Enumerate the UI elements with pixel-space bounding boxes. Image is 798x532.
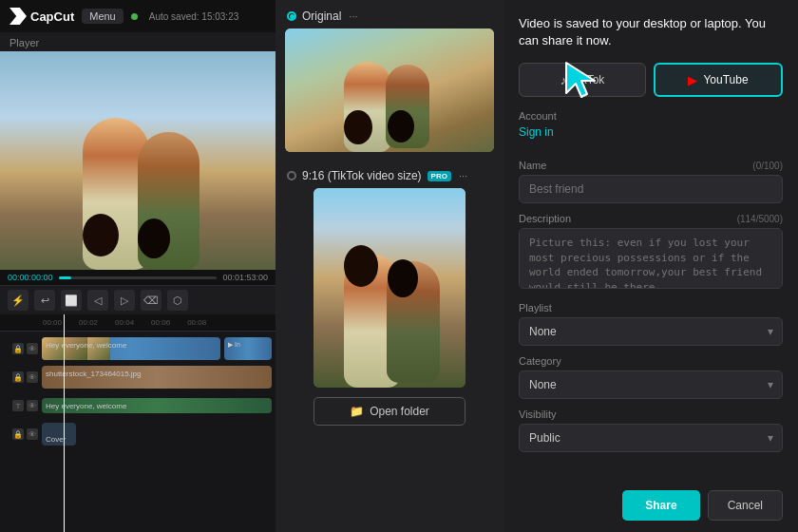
track-label-in: ▶ In [228, 341, 240, 349]
playlist-select-wrap: None [519, 317, 783, 346]
tiktok-tab[interactable]: 9:16 (TikTok video size) PRO ··· [276, 162, 504, 188]
track-controls-4: 🔒 👁 [0, 428, 42, 440]
playlist-select[interactable]: None [519, 317, 783, 346]
app-name: CapCut [30, 10, 74, 24]
toolbar-row: ⚡ ↩ ⬜ ◁ ▷ ⌫ ⬡ [0, 285, 276, 314]
player-video [0, 51, 276, 270]
description-label: Description [519, 213, 571, 224]
share-title: Video is saved to your desktop or laptop… [519, 15, 783, 49]
playlist-group: Playlist None [519, 302, 783, 346]
original-dots: ··· [349, 10, 357, 22]
original-label: Original [302, 10, 341, 23]
tiktok-preview-image [314, 188, 466, 388]
track-eye-4[interactable]: 👁 [27, 428, 38, 440]
timeline-ruler: 00:00 00:02 00:04 00:06 00:08 [0, 314, 276, 332]
editor-panel: CapCut Menu Auto saved: 15:03:23 Player … [0, 0, 276, 532]
visibility-select-wrap: Public Unlisted Private [519, 424, 783, 452]
timecode-bar: 00:00:00:00 00:01:53:00 [0, 270, 276, 285]
delete-tool[interactable]: ⌫ [141, 290, 162, 311]
share-button[interactable]: Share [622, 490, 699, 521]
tiktok-dots: ··· [459, 170, 467, 181]
track-lock[interactable]: 🔒 [12, 343, 24, 354]
in-point-tool[interactable]: ◁ [87, 290, 108, 311]
tiktok-size-label: 9:16 (TikTok video size) [302, 169, 422, 182]
account-label: Account [519, 110, 783, 122]
girls-vertical-bg [314, 188, 466, 388]
pro-badge: PRO [428, 171, 451, 181]
cursor-svg [562, 59, 608, 104]
track-lock-4[interactable]: 🔒 [12, 428, 24, 440]
video-track-1[interactable]: Hey everyone, welcome [42, 337, 220, 360]
bottom-actions: Share Cancel [519, 481, 783, 521]
track-eye-2[interactable]: 👁 [27, 371, 38, 383]
capcut-logo: CapCut [10, 8, 74, 25]
svg-marker-0 [566, 63, 595, 97]
table-row: T 👁 Hey everyone, welcome [0, 392, 276, 419]
video-track-2[interactable]: ▶ In [224, 337, 272, 360]
player-area [0, 51, 276, 270]
category-label: Category [519, 355, 783, 367]
online-indicator [131, 13, 138, 20]
cover-label: Cover [42, 433, 69, 446]
platform-row: ♪ TikTok ▶ YouTube [519, 63, 783, 97]
track-controls-3: T 👁 [0, 400, 42, 411]
name-counter: (0/100) [752, 161, 783, 171]
cancel-button[interactable]: Cancel [708, 490, 783, 521]
track-controls-2: 🔒 👁 [0, 371, 42, 383]
player-label: Player [0, 32, 276, 51]
track-lock-2[interactable]: 🔒 [12, 371, 24, 383]
original-radio[interactable] [287, 11, 296, 21]
playhead[interactable] [64, 314, 65, 532]
editor-topbar: CapCut Menu Auto saved: 15:03:23 [0, 0, 276, 32]
marker-tool[interactable]: ⬜ [61, 290, 82, 311]
table-row: 🔒 👁 Hey everyone, welcome ▶ In [0, 335, 276, 362]
split-tool[interactable]: ⚡ [8, 290, 28, 311]
sign-in-link[interactable]: Sign in [519, 125, 783, 139]
track-type[interactable]: T [12, 400, 24, 411]
track-eye[interactable]: 👁 [27, 343, 38, 354]
name-input[interactable] [519, 175, 783, 203]
account-group: Account Sign in [519, 110, 783, 150]
category-select[interactable]: None [519, 370, 783, 399]
track-controls-1: 🔒 👁 [0, 343, 42, 354]
timecode-total: 00:01:53:00 [222, 273, 268, 282]
original-tab[interactable]: Original ··· [276, 0, 504, 28]
track-label-1: Hey everyone, welcome [46, 341, 126, 350]
progress-fill [59, 276, 71, 279]
description-counter: (114/5000) [737, 214, 783, 224]
visibility-label: Visibility [519, 408, 783, 420]
track-label-2: shutterstock_173464015.jpg [46, 370, 142, 378]
tiktok-radio[interactable] [287, 171, 296, 180]
track-eye-3[interactable]: 👁 [27, 400, 38, 411]
visibility-group: Visibility Public Unlisted Private [519, 408, 783, 452]
more-tools[interactable]: ⬡ [167, 290, 188, 311]
open-folder-label: Open folder [370, 405, 429, 418]
open-folder-button[interactable]: 📁 Open folder [314, 397, 466, 426]
menu-button[interactable]: Menu [82, 9, 124, 24]
progress-track[interactable] [59, 276, 218, 279]
visibility-select[interactable]: Public Unlisted Private [519, 424, 783, 452]
ruler-marks: 00:00 00:02 00:04 00:06 00:08 [43, 318, 206, 327]
preview-panel: Original ··· 9:16 (TikTok video size) PR… [276, 0, 504, 532]
capcut-logo-icon [10, 8, 27, 25]
cover-track[interactable]: Cover [42, 423, 76, 446]
subtitle-track[interactable]: Hey everyone, welcome [42, 398, 272, 413]
youtube-button-label: YouTube [703, 73, 748, 86]
image-track[interactable]: shutterstock_173464015.jpg [42, 366, 272, 389]
playlist-label: Playlist [519, 302, 783, 314]
timeline-tracks: 🔒 👁 Hey everyone, welcome ▶ In [0, 332, 276, 453]
timeline-area: 00:00 00:02 00:04 00:06 00:08 🔒 👁 [0, 314, 276, 532]
folder-icon: 📁 [350, 405, 364, 418]
category-select-wrap: None [519, 370, 783, 399]
share-panel: Video is saved to your desktop or laptop… [504, 0, 798, 532]
description-group: Description (114/5000) [519, 213, 783, 293]
category-group: Category None [519, 355, 783, 399]
youtube-button[interactable]: ▶ YouTube [654, 63, 783, 97]
auto-save-text: Auto saved: 15:03:23 [149, 11, 239, 22]
table-row: 🔒 👁 Cover [0, 421, 276, 447]
youtube-icon: ▶ [688, 73, 697, 87]
table-row: 🔒 👁 shutterstock_173464015.jpg [0, 364, 276, 390]
undo-tool[interactable]: ↩ [34, 290, 55, 311]
description-input[interactable] [519, 228, 783, 289]
out-point-tool[interactable]: ▷ [114, 290, 135, 311]
